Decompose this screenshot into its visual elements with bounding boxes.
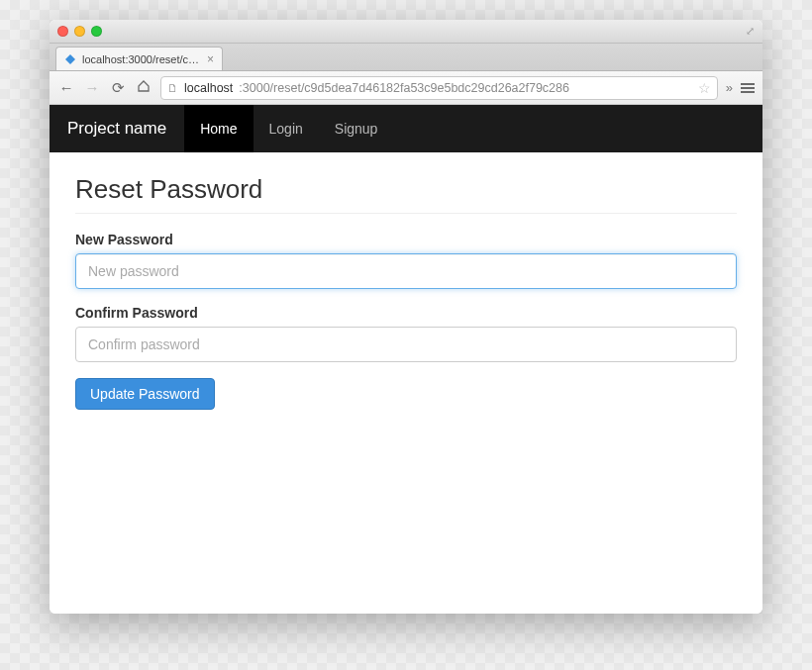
page-content: Project name Home Login Signup Reset Pas… [50,105,762,614]
reload-button[interactable]: ⟳ [109,79,127,97]
window-close-icon[interactable] [57,26,68,37]
nav-link-login[interactable]: Login [254,105,319,152]
browser-tabstrip: localhost:3000/reset/c9d5 × [50,44,762,71]
svg-marker-0 [65,54,75,64]
confirm-password-input[interactable] [75,327,737,362]
browser-tab[interactable]: localhost:3000/reset/c9d5 × [55,47,223,70]
window-zoom-icon[interactable] [91,26,102,37]
browser-window: ⤢ localhost:3000/reset/c9d5 × ← → ⟳ 🗋 lo… [50,20,762,614]
tab-favicon-icon [64,53,76,65]
update-password-button[interactable]: Update Password [75,378,215,410]
form-group-confirm-password: Confirm Password [75,305,737,362]
app-navbar: Project name Home Login Signup [50,105,762,152]
window-minimize-icon[interactable] [74,26,85,37]
window-titlebar: ⤢ [50,20,762,44]
forward-button[interactable]: → [83,79,101,96]
window-fullscreen-icon[interactable]: ⤢ [746,25,755,38]
address-bar[interactable]: 🗋 localhost:3000/reset/c9d5dea7d46182fa5… [160,76,718,100]
confirm-password-label: Confirm Password [75,305,737,321]
new-password-input[interactable] [75,253,737,289]
home-button[interactable] [135,79,152,96]
new-password-label: New Password [75,232,737,247]
tab-close-icon[interactable]: × [207,52,214,66]
tab-title: localhost:3000/reset/c9d5 [82,53,201,65]
menu-button[interactable] [741,83,755,93]
nav-link-signup[interactable]: Signup [319,105,394,152]
nav-link-home[interactable]: Home [184,105,253,152]
overflow-button[interactable]: » [726,80,733,95]
bookmark-star-icon[interactable]: ☆ [698,80,711,96]
back-button[interactable]: ← [57,79,75,96]
url-host: localhost [184,81,233,95]
navbar-brand[interactable]: Project name [67,105,184,152]
page-info-icon[interactable]: 🗋 [167,82,178,94]
page-title: Reset Password [75,174,737,214]
main-container: Reset Password New Password Confirm Pass… [50,152,762,431]
form-group-new-password: New Password [75,232,737,289]
url-path: :3000/reset/c9d5dea7d46182fa53c9e5bdc29c… [239,81,569,95]
browser-toolbar: ← → ⟳ 🗋 localhost:3000/reset/c9d5dea7d46… [50,71,762,105]
